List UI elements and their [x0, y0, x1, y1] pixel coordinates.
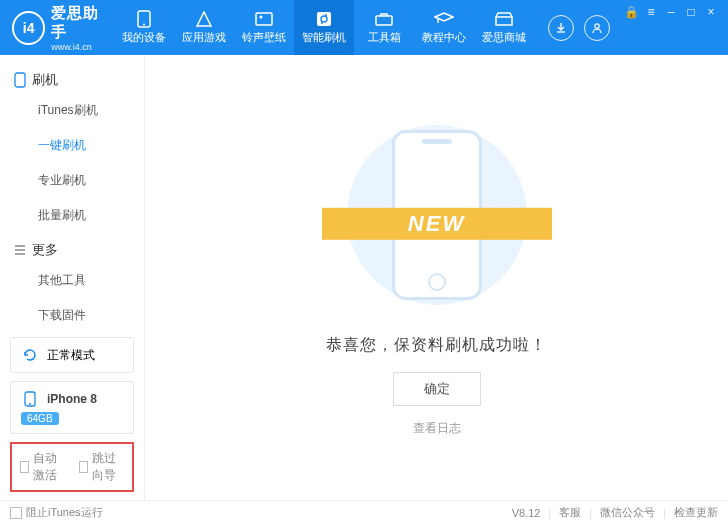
nav-my-device[interactable]: 我的设备: [114, 0, 174, 55]
sidebar: 刷机 iTunes刷机 一键刷机 专业刷机 批量刷机 更多 其他工具 下载固件 …: [0, 55, 145, 500]
nav-tutorial[interactable]: 教程中心: [414, 0, 474, 55]
svg-rect-5: [376, 16, 392, 25]
svg-point-7: [595, 23, 599, 27]
status-bar: 阻止iTunes运行 V8.12 | 客服 | 微信公众号 | 检查更新: [0, 500, 728, 524]
app-logo: i4 爱思助手 www.i4.cn: [0, 0, 114, 55]
flash-options-row: 自动激活 跳过向导: [10, 442, 134, 492]
sidebar-item-batch-flash[interactable]: 批量刷机: [0, 198, 144, 233]
nav-store[interactable]: 爱思商城: [474, 0, 534, 55]
svg-point-10: [29, 403, 31, 405]
nav-ringtone[interactable]: 铃声壁纸: [234, 0, 294, 55]
mode-box[interactable]: 正常模式: [10, 337, 134, 373]
skip-guide-checkbox[interactable]: 跳过向导: [79, 450, 124, 484]
auto-activate-checkbox[interactable]: 自动激活: [20, 450, 65, 484]
toolbox-icon: [374, 10, 394, 28]
storage-badge: 64GB: [21, 412, 59, 425]
brand-url: www.i4.cn: [51, 42, 114, 52]
mode-label: 正常模式: [47, 347, 95, 364]
ok-button[interactable]: 确定: [393, 372, 481, 406]
flash-icon: [314, 10, 334, 28]
top-nav: 我的设备 应用游戏 铃声壁纸 智能刷机 工具箱 教程中心 爱思商城: [114, 0, 534, 55]
app-header: i4 爱思助手 www.i4.cn 我的设备 应用游戏 铃声壁纸 智能刷机 工具…: [0, 0, 728, 55]
sidebar-item-pro-flash[interactable]: 专业刷机: [0, 163, 144, 198]
device-phone-icon: [21, 390, 39, 408]
check-update-link[interactable]: 检查更新: [674, 505, 718, 520]
success-illustration: NEW: [332, 115, 542, 315]
phone-icon: [134, 10, 154, 28]
logo-icon: i4: [12, 11, 45, 45]
user-icon[interactable]: [584, 15, 610, 41]
svg-point-3: [260, 16, 263, 19]
device-box[interactable]: iPhone 8 64GB: [10, 381, 134, 434]
store-icon: [494, 10, 514, 28]
minimize-button[interactable]: –: [664, 6, 678, 18]
brand-name: 爱思助手: [51, 4, 114, 42]
svg-rect-4: [317, 12, 331, 26]
nav-toolbox[interactable]: 工具箱: [354, 0, 414, 55]
support-link[interactable]: 客服: [559, 505, 581, 520]
sidebar-item-oneclick-flash[interactable]: 一键刷机: [0, 128, 144, 163]
download-icon[interactable]: [548, 15, 574, 41]
phone-outline-icon: [14, 72, 26, 88]
sidebar-group-more: 更多: [0, 233, 144, 263]
main-content: NEW 恭喜您，保资料刷机成功啦！ 确定 查看日志: [145, 55, 728, 500]
block-itunes-checkbox[interactable]: 阻止iTunes运行: [10, 505, 103, 520]
apps-icon: [194, 10, 214, 28]
svg-point-1: [143, 24, 145, 26]
image-icon: [254, 10, 274, 28]
sidebar-item-itunes-flash[interactable]: iTunes刷机: [0, 93, 144, 128]
device-name: iPhone 8: [47, 392, 97, 406]
sidebar-item-other-tools[interactable]: 其他工具: [0, 263, 144, 298]
new-ribbon: NEW: [322, 202, 552, 246]
lock-icon[interactable]: 🔒: [624, 6, 638, 18]
svg-rect-6: [496, 17, 512, 25]
version-label: V8.12: [512, 507, 541, 519]
sidebar-group-flash: 刷机: [0, 63, 144, 93]
menu-icon[interactable]: ≡: [644, 6, 658, 18]
refresh-icon: [21, 346, 39, 364]
maximize-button[interactable]: □: [684, 6, 698, 18]
nav-flash[interactable]: 智能刷机: [294, 0, 354, 55]
graduation-icon: [434, 10, 454, 28]
window-controls: 🔒 ≡ – □ ×: [624, 0, 728, 55]
svg-rect-8: [15, 73, 25, 87]
success-message: 恭喜您，保资料刷机成功啦！: [326, 335, 547, 356]
close-button[interactable]: ×: [704, 6, 718, 18]
svg-rect-2: [256, 13, 272, 25]
nav-apps[interactable]: 应用游戏: [174, 0, 234, 55]
list-icon: [14, 244, 26, 256]
user-icons: [534, 0, 624, 55]
view-log-link[interactable]: 查看日志: [413, 420, 461, 437]
sidebar-item-download-firmware[interactable]: 下载固件: [0, 298, 144, 333]
wechat-link[interactable]: 微信公众号: [600, 505, 655, 520]
